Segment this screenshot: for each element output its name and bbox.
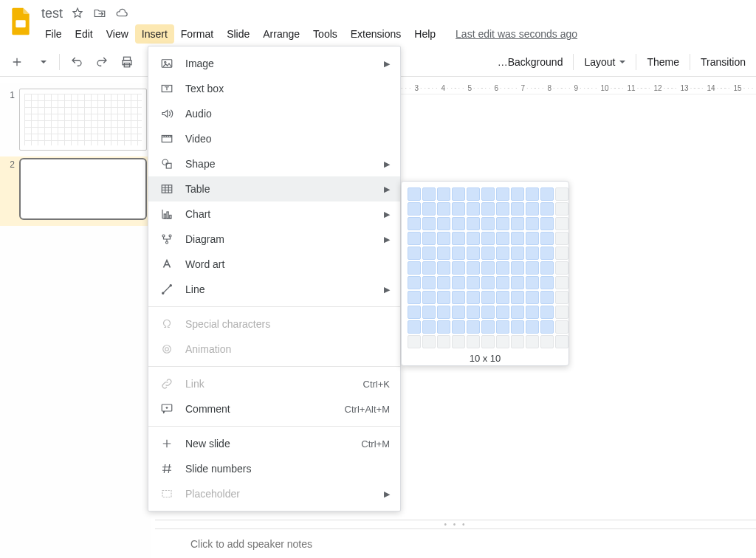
table-picker-cell[interactable] xyxy=(408,247,421,260)
table-picker-cell[interactable] xyxy=(408,276,421,289)
table-picker-cell[interactable] xyxy=(408,291,421,304)
table-picker-cell[interactable] xyxy=(408,335,421,348)
table-picker-cell[interactable] xyxy=(496,247,509,260)
table-picker-cell[interactable] xyxy=(555,217,568,230)
table-picker-cell[interactable] xyxy=(437,232,450,245)
table-picker-cell[interactable] xyxy=(437,217,450,230)
table-picker-cell[interactable] xyxy=(481,306,495,319)
table-picker-cell[interactable] xyxy=(481,217,495,230)
table-picker-cell[interactable] xyxy=(481,320,495,334)
table-picker-cell[interactable] xyxy=(526,247,539,260)
table-picker-cell[interactable] xyxy=(511,291,524,304)
table-picker-cell[interactable] xyxy=(496,232,509,245)
insert-wordart[interactable]: Word art xyxy=(148,252,400,277)
insert-diagram[interactable]: Diagram▶ xyxy=(148,227,400,252)
table-picker-cell[interactable] xyxy=(540,217,554,230)
insert-textbox[interactable]: Text box xyxy=(148,76,400,101)
table-picker-cell[interactable] xyxy=(408,320,421,334)
slide-filmstrip[interactable]: 12 xyxy=(0,83,151,558)
table-picker-cell[interactable] xyxy=(511,276,524,289)
table-picker-cell[interactable] xyxy=(422,232,436,245)
table-picker-cell[interactable] xyxy=(467,306,480,319)
table-picker-cell[interactable] xyxy=(496,320,509,334)
table-picker-cell[interactable] xyxy=(422,306,436,319)
menu-help[interactable]: Help xyxy=(408,24,442,44)
menu-view[interactable]: View xyxy=(100,24,135,44)
table-picker-cell[interactable] xyxy=(452,247,465,260)
slides-app-icon[interactable] xyxy=(6,4,35,38)
move-to-folder-icon[interactable] xyxy=(92,6,107,21)
speaker-notes[interactable]: Click to add speaker notes xyxy=(155,528,756,558)
table-picker-cell[interactable] xyxy=(526,306,539,319)
table-picker-cell[interactable] xyxy=(452,217,465,230)
table-picker-cell[interactable] xyxy=(467,187,480,201)
menu-arrange[interactable]: Arrange xyxy=(256,24,306,44)
slide-thumbnail-2[interactable]: 2 xyxy=(0,156,151,226)
table-picker-cell[interactable] xyxy=(526,276,539,289)
table-picker-cell[interactable] xyxy=(452,291,465,304)
cloud-status-icon[interactable] xyxy=(114,6,129,21)
table-picker-cell[interactable] xyxy=(511,306,524,319)
table-picker-cell[interactable] xyxy=(437,320,450,334)
insert-chart[interactable]: Chart▶ xyxy=(148,202,400,227)
table-picker-cell[interactable] xyxy=(496,202,509,216)
table-picker-cell[interactable] xyxy=(422,187,436,201)
table-picker-cell[interactable] xyxy=(496,187,509,201)
table-picker-cell[interactable] xyxy=(540,261,554,275)
table-picker-cell[interactable] xyxy=(496,335,509,348)
table-picker-cell[interactable] xyxy=(526,232,539,245)
table-picker-cell[interactable] xyxy=(422,261,436,275)
table-picker-cell[interactable] xyxy=(437,247,450,260)
menu-extensions[interactable]: Extensions xyxy=(344,24,408,44)
last-edit-link[interactable]: Last edit was seconds ago xyxy=(456,28,577,40)
table-picker-cell[interactable] xyxy=(422,276,436,289)
table-picker-cell[interactable] xyxy=(481,261,495,275)
table-picker-cell[interactable] xyxy=(555,202,568,216)
transition-button[interactable]: Transition xyxy=(696,51,750,73)
insert-shape[interactable]: Shape▶ xyxy=(148,151,400,176)
table-picker-cell[interactable] xyxy=(422,320,436,334)
insert-image[interactable]: Image▶ xyxy=(148,51,400,76)
table-picker-cell[interactable] xyxy=(481,335,495,348)
table-picker-cell[interactable] xyxy=(467,247,480,260)
table-picker-cell[interactable] xyxy=(408,306,421,319)
table-picker-cell[interactable] xyxy=(467,261,480,275)
table-picker-cell[interactable] xyxy=(437,187,450,201)
menu-edit[interactable]: Edit xyxy=(69,24,100,44)
table-picker-cell[interactable] xyxy=(467,276,480,289)
table-picker-cell[interactable] xyxy=(437,335,450,348)
table-picker-cell[interactable] xyxy=(481,291,495,304)
table-picker-cell[interactable] xyxy=(540,320,554,334)
speaker-notes-placeholder[interactable]: Click to add speaker notes xyxy=(155,538,312,550)
table-picker-cell[interactable] xyxy=(496,261,509,275)
table-picker-cell[interactable] xyxy=(540,276,554,289)
table-picker-cell[interactable] xyxy=(555,306,568,319)
insert-table[interactable]: Table▶ xyxy=(148,176,400,202)
table-picker-cell[interactable] xyxy=(467,217,480,230)
table-picker-cell[interactable] xyxy=(555,187,568,201)
menu-format[interactable]: Format xyxy=(174,24,220,44)
table-picker-cell[interactable] xyxy=(555,276,568,289)
speaker-notes-resize-handle[interactable]: • • • xyxy=(155,520,756,528)
table-picker-cell[interactable] xyxy=(555,247,568,260)
table-picker-cell[interactable] xyxy=(540,232,554,245)
table-picker-cell[interactable] xyxy=(511,247,524,260)
table-picker-cell[interactable] xyxy=(452,187,465,201)
table-picker-cell[interactable] xyxy=(408,217,421,230)
table-picker-cell[interactable] xyxy=(511,232,524,245)
table-picker-cell[interactable] xyxy=(452,335,465,348)
theme-button[interactable]: Theme xyxy=(642,51,684,73)
document-title[interactable]: test xyxy=(38,6,63,21)
table-picker-cell[interactable] xyxy=(452,276,465,289)
table-picker-cell[interactable] xyxy=(496,217,509,230)
table-picker-cell[interactable] xyxy=(481,276,495,289)
insert-slidenums[interactable]: Slide numbers xyxy=(148,456,400,481)
menu-tools[interactable]: Tools xyxy=(306,24,344,44)
table-picker-cell[interactable] xyxy=(422,335,436,348)
new-slide-button[interactable] xyxy=(6,51,28,73)
table-picker-cell[interactable] xyxy=(496,291,509,304)
table-picker-cell[interactable] xyxy=(467,291,480,304)
table-picker-cell[interactable] xyxy=(452,232,465,245)
table-size-picker[interactable]: 10 x 10 xyxy=(401,181,569,366)
insert-audio[interactable]: Audio xyxy=(148,101,400,126)
